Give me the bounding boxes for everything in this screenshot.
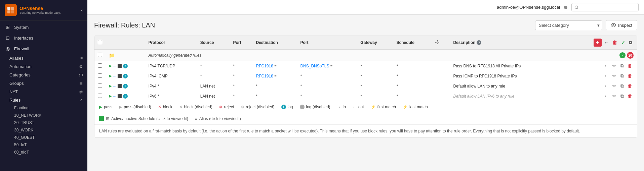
rule-status-icons: ▶ → ⬛ i (106, 91, 145, 101)
sidebar-item-60niot[interactable]: 60_nIoT (9, 149, 87, 156)
sidebar-item-categories[interactable]: Categories 🏷 (5, 71, 87, 79)
edit-btn[interactable]: ✏ (611, 62, 618, 69)
stop-icon: ⬛ (117, 64, 122, 68)
delete-btn[interactable]: 🗑 (626, 82, 634, 89)
row-checkbox[interactable] (98, 83, 102, 88)
th-protocol: Protocol (145, 36, 197, 50)
arrow-left-btn[interactable]: ← (603, 62, 610, 69)
sidebar-item-aliases[interactable]: Aliases ≡ (5, 54, 87, 62)
arrow-left-btn[interactable]: ← (603, 72, 610, 79)
row-check (94, 61, 106, 71)
arrow-icon: → (113, 84, 116, 88)
svg-point-7 (435, 42, 436, 43)
sidebar-back-button[interactable]: ‹ (81, 7, 83, 13)
info-icon: i (123, 84, 128, 89)
add-rule-button[interactable]: + (594, 39, 602, 47)
svg-point-6 (613, 24, 614, 26)
row-actions: ← ✏ ⧉ 🗑 (565, 91, 637, 101)
category-select[interactable]: Select category (535, 20, 602, 30)
schedule-label: Active/Inactive Schedule (click to view/… (111, 116, 188, 121)
svg-rect-1 (11, 7, 14, 10)
edit-btn[interactable]: ✏ (611, 93, 618, 99)
sidebar-item-20trust[interactable]: 20_TRUST (9, 119, 87, 126)
inspect-label: Inspect (618, 23, 632, 28)
th-source: Source (197, 36, 230, 50)
60niot-label: 60_nIoT (14, 150, 29, 155)
copy-icon[interactable]: ⧉ (628, 39, 634, 46)
svg-point-8 (437, 40, 438, 41)
sidebar-item-50iot[interactable]: 50_IoT (9, 141, 87, 149)
sidebar-item-30work[interactable]: 30_WORK (9, 126, 87, 134)
dst-port-alias[interactable]: DNS_DNSoTLS (300, 64, 329, 68)
destination-cell: RFC1918 ≡ (253, 71, 297, 81)
destination-alias[interactable]: RFC1918 (256, 74, 273, 78)
table-row: 📁 Automatically generated rules ✓ 20 (94, 50, 637, 61)
th-description: Description ? (450, 36, 564, 50)
row-checkbox[interactable] (98, 94, 102, 98)
legend-first: ⚡ first match (371, 105, 396, 109)
in-label: in (343, 105, 346, 109)
sidebar-item-system[interactable]: ⊞ System (0, 22, 87, 33)
row-checkbox[interactable] (98, 53, 102, 57)
delete-btn[interactable]: 🗑 (626, 72, 634, 79)
edit-btn[interactable]: ✏ (611, 82, 618, 89)
arrow-left-btn[interactable]: ← (603, 82, 610, 89)
sidebar-item-10network[interactable]: 10_NETWORK (9, 112, 87, 119)
legend-pass: ▶ pass (99, 105, 112, 109)
sidebar-item-label: System (14, 25, 83, 30)
help-icon[interactable]: ? (477, 40, 481, 45)
destination-alias[interactable]: RFC1918 (256, 64, 273, 68)
src-port-cell: * (230, 81, 253, 91)
select-all-checkbox[interactable] (98, 40, 102, 44)
protocol-cell: IPv4 ICMP (145, 71, 197, 81)
dst-port-cell: * (297, 91, 357, 101)
sidebar-item-40guest[interactable]: 40_GUEST (9, 134, 87, 141)
10network-label: 10_NETWORK (14, 113, 41, 118)
delete-icon[interactable]: 🗑 (611, 39, 618, 46)
reject-disabled-label: reject (disabled) (246, 105, 274, 109)
clone-btn[interactable]: ⧉ (619, 62, 625, 69)
inspect-button[interactable]: Inspect (606, 20, 637, 30)
legend-reject-disabled: ⊗ reject (disabled) (241, 105, 274, 109)
sidebar-item-floating[interactable]: Floating (9, 104, 87, 112)
delete-btn[interactable]: 🗑 (626, 93, 634, 99)
automation-label: Automation (9, 64, 32, 69)
import-icon[interactable]: ← (603, 39, 610, 46)
sidebar-item-rules[interactable]: Rules ✓ (5, 96, 87, 104)
schedule-cell: * (393, 81, 431, 91)
dst-port-cell: DNS_DNSoTLS ≡ (297, 61, 357, 71)
clone-btn[interactable]: ⧉ (619, 72, 625, 79)
arrow-icon: → (113, 74, 116, 78)
sidebar-item-automation[interactable]: Automation ⚙ (5, 62, 87, 71)
table-row: ▶ → ⬛ i IPv6 * LAN net * * * * * (94, 91, 637, 101)
grid-icon: ⊞ (106, 116, 109, 121)
user-display: admin-oe@OPNsense.sggl.local (497, 5, 560, 10)
sidebar-item-groups[interactable]: Groups ⊟ (5, 79, 87, 88)
row-checkbox[interactable] (98, 63, 102, 68)
description-cell: Pass ICMP to RFC1918 Private IPs (450, 71, 564, 81)
search-box[interactable] (571, 3, 639, 11)
extra-cell (431, 81, 450, 91)
svg-line-5 (577, 8, 578, 9)
arrow-icon: → (113, 94, 116, 98)
sidebar-item-interfaces[interactable]: ⊟ Interfaces (0, 33, 87, 43)
groups-label: Groups (9, 81, 24, 86)
clone-btn[interactable]: ⧉ (619, 93, 625, 99)
row-checkbox[interactable] (98, 73, 102, 78)
clone-btn[interactable]: ⧉ (619, 82, 625, 89)
legend-out: ← out (353, 105, 364, 109)
logo-title: OPNsense (19, 6, 61, 11)
legend-pass-disabled: ▶ pass (disabled) (119, 105, 151, 109)
edit-btn[interactable]: ✏ (611, 72, 618, 79)
th-schedule: Schedule (393, 36, 431, 50)
check-icon[interactable]: ✓ (620, 39, 627, 46)
arrow-left-btn[interactable]: ← (603, 93, 610, 99)
delete-btn[interactable]: 🗑 (626, 62, 634, 69)
alias-legend: ≡ Alias (click to view/edit) (195, 116, 241, 121)
folder-icon: 📁 (109, 53, 115, 58)
sidebar-item-firewall[interactable]: ◎ Firewall (0, 43, 87, 54)
sidebar-item-nat[interactable]: NAT ⇄ (5, 88, 87, 96)
search-input[interactable] (581, 5, 636, 10)
play-icon: ▶ (109, 74, 112, 78)
legend-row: ▶ pass ▶ pass (disabled) ✕ block ✕ block… (94, 101, 637, 113)
